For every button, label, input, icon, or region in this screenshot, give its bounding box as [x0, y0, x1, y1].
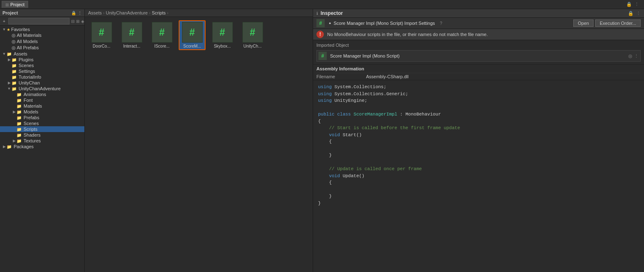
- unitych-label: UnityCh...: [244, 44, 262, 48]
- favorites-star: ★: [7, 27, 10, 32]
- animations-label: Animations: [24, 92, 46, 97]
- window-lock-icon[interactable]: 🔒: [626, 2, 632, 7]
- skybox-icon: #: [212, 22, 233, 43]
- all-prefabs-label: ◎ All Prefabs: [12, 45, 39, 51]
- prefabs-folder: 📁: [17, 116, 22, 120]
- inspector-title: Inspector: [321, 10, 343, 16]
- packages-label: Packages: [14, 144, 34, 149]
- scripts-item[interactable]: 📁 Scripts: [0, 126, 84, 132]
- asset-interact[interactable]: # Interact...: [118, 20, 145, 50]
- assembly-section: Assembly Information Filename Assembly-C…: [313, 65, 644, 80]
- iscore-icon: #: [152, 22, 172, 43]
- right-panel: ℹ Inspector 🔒 ⋮ # ● Score Manager Impl (…: [313, 9, 644, 272]
- warning-text: No MonoBehaviour scripts in the file, or…: [327, 32, 488, 37]
- view-icon[interactable]: ⊟: [71, 19, 74, 24]
- project-tab-icon: ⊞: [5, 2, 9, 7]
- settings-label: Settings: [19, 69, 35, 74]
- unitychanadventure-item[interactable]: ▼ 📁 UnityChanAdventure: [0, 86, 84, 91]
- inspector-lock-icon[interactable]: 🔒: [628, 11, 634, 16]
- lock-icon[interactable]: 🔒: [71, 11, 76, 15]
- warning-bar: ! No MonoBehaviour scripts in the file, …: [313, 29, 644, 40]
- scripts-folder: 📁: [17, 127, 22, 131]
- asset-scorem[interactable]: # ScoreM...: [179, 20, 206, 50]
- materials-item[interactable]: 📁 Materials: [0, 103, 84, 109]
- models-folder: 📁: [17, 110, 22, 114]
- inspector-help-icon[interactable]: ?: [440, 21, 443, 26]
- textures-item[interactable]: ▶ 📁 Textures: [0, 138, 84, 144]
- favorites-label: Favorites: [11, 27, 30, 32]
- doorco-icon: #: [91, 22, 112, 43]
- imported-object-section-title: Imported Object: [316, 43, 641, 48]
- materials-label: Materials: [24, 104, 42, 108]
- assembly-header: Assembly Information: [316, 65, 641, 73]
- font-label: Font: [24, 98, 33, 103]
- tutorialinfo-item[interactable]: 📁 TutorialInfo: [0, 74, 84, 80]
- favorites-section[interactable]: ▼ ★ Favorites: [0, 26, 84, 32]
- scenes-item[interactable]: 📁 Scenes: [0, 63, 84, 68]
- inspector-dot: ●: [329, 21, 331, 25]
- execution-order-button[interactable]: Execution Order...: [595, 19, 641, 27]
- top-bar: ⊞ Project 🔒 ⋮: [0, 0, 644, 9]
- project-tab[interactable]: ⊞ Project: [2, 1, 28, 8]
- assets-folder-icon: 📁: [7, 52, 12, 56]
- textures-folder: 📁: [17, 139, 22, 143]
- breadcrumb-unitychanadventure[interactable]: UnityChanAdventure: [106, 10, 148, 15]
- search-input[interactable]: [8, 18, 69, 24]
- asset-skybox[interactable]: # Skybox...: [209, 20, 236, 50]
- interact-icon: #: [122, 22, 142, 43]
- inspector-file-title: Score Manager Impl (Mono Script) Import …: [333, 21, 435, 26]
- favorites-arrow: ▼: [2, 27, 7, 31]
- assembly-row: Filename Assembly-CSharp.dll: [316, 73, 641, 80]
- eye-icon[interactable]: ⊞: [76, 19, 79, 24]
- plugins-item[interactable]: ▶ 📁 Plugins: [0, 57, 84, 63]
- breadcrumb-scripts[interactable]: Scripts: [152, 10, 166, 15]
- settings-item[interactable]: 📁 Settings: [0, 68, 84, 74]
- bookmark-icon[interactable]: ◈: [81, 19, 84, 24]
- unitychan-folder: 📁: [12, 81, 17, 85]
- window-more-icon[interactable]: ⋮: [634, 2, 639, 7]
- unitych-icon: #: [242, 22, 263, 43]
- settings-folder: 📁: [12, 69, 17, 73]
- more-icon[interactable]: ⋮: [78, 11, 82, 15]
- models-label: Models: [24, 109, 38, 114]
- font-item[interactable]: 📁 Font: [0, 97, 84, 103]
- assets-section[interactable]: ▼ 📁 Assets: [0, 51, 84, 57]
- imported-object-row: # Score Manager Impl (Mono Script) ◎ ⋮: [316, 50, 641, 62]
- add-button[interactable]: +: [2, 19, 7, 24]
- imported-more-icon[interactable]: ⋮: [634, 53, 639, 59]
- packages-section[interactable]: ▶ 📁 Packages: [0, 144, 84, 149]
- plugins-label: Plugins: [19, 57, 34, 62]
- breadcrumb: Assets › UnityChanAdventure › Scripts ›: [85, 9, 313, 17]
- tutorialinfo-label: TutorialInfo: [19, 75, 41, 79]
- all-prefabs-item[interactable]: ◎ All Prefabs: [0, 45, 84, 51]
- inspector-more-icon[interactable]: ⋮: [636, 11, 641, 16]
- unitychanadventure-folder: 📁: [12, 87, 17, 91]
- shaders-label: Shaders: [24, 132, 41, 137]
- imported-object-section: Imported Object # Score Manager Impl (Mo…: [313, 40, 644, 65]
- skybox-label: Skybox...: [214, 44, 231, 48]
- scripts-label: Scripts: [24, 127, 38, 132]
- inspector-icon: ℹ: [316, 11, 318, 16]
- all-models-item[interactable]: ◎ All Models: [0, 39, 84, 45]
- assembly-filename-value: Assembly-CSharp.dll: [366, 74, 409, 79]
- asset-unitych[interactable]: # UnityCh...: [239, 20, 266, 50]
- breadcrumb-assets[interactable]: Assets: [88, 10, 102, 15]
- asset-doorco[interactable]: # DoorCo...: [88, 20, 115, 50]
- models-item[interactable]: ▶ 📁 Models: [0, 109, 84, 115]
- all-materials-item[interactable]: ◎ All Materials: [0, 32, 84, 39]
- scenessub-item[interactable]: 📁 Scenes: [0, 120, 84, 126]
- code-preview: using System.Collections; using System.C…: [313, 80, 644, 210]
- animations-item[interactable]: 📁 Animations: [0, 91, 84, 97]
- shaders-item[interactable]: 📁 Shaders: [0, 132, 84, 138]
- imported-circle-icon[interactable]: ◎: [628, 53, 632, 59]
- open-button[interactable]: Open: [573, 19, 594, 27]
- prefabs-item[interactable]: 📁 Prefabs: [0, 115, 84, 120]
- inspector-toolbar: # ● Score Manager Impl (Mono Script) Imp…: [313, 18, 644, 29]
- unitychan-item[interactable]: ▶ 📁 UnityChan: [0, 80, 84, 86]
- left-panel: Project 🔒 ⋮ + ⊟ ⊞ ◈ ℹ ★ 21 ▼ ★ Favorites: [0, 9, 85, 272]
- asset-iscore[interactable]: # IScore...: [148, 20, 175, 50]
- middle-panel: Assets › UnityChanAdventure › Scripts › …: [85, 9, 313, 272]
- panel-header-icons: 🔒 ⋮: [71, 11, 82, 15]
- plugins-folder: 📁: [12, 58, 17, 62]
- inspector-filename: # ● Score Manager Impl (Mono Script) Imp…: [316, 19, 442, 27]
